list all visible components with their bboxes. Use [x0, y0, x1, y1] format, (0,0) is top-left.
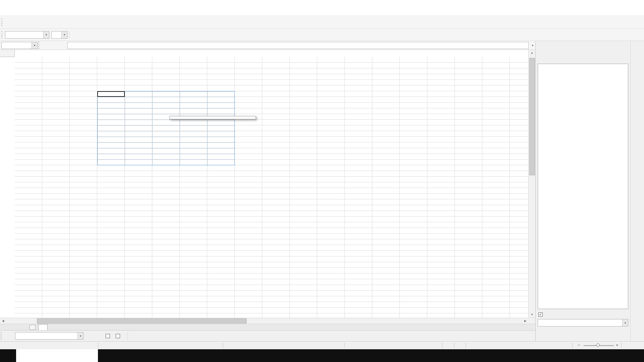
document-modified-icon[interactable] [457, 343, 463, 348]
title-bar [0, 0, 644, 7]
match-case-checkbox[interactable] [116, 334, 122, 338]
sheet-grid [0, 50, 528, 318]
context-menu [169, 116, 256, 119]
action-center-button[interactable] [635, 349, 644, 362]
find-and-replace-button[interactable] [129, 333, 138, 339]
start-button[interactable] [0, 349, 16, 362]
toolbar-grip[interactable] [1, 31, 4, 39]
formatting-toolbar: ▾ ▾ [0, 29, 644, 41]
chevron-down-icon: ▾ [622, 319, 628, 326]
sidebar: ✓ ▾ [535, 41, 644, 341]
toolbar-grip[interactable] [1, 18, 4, 26]
scroll-left-button[interactable]: ◀ [0, 318, 6, 324]
libreoffice-calc-window: ▾ ▾ ▾ ▾ ▲ ▼ ◀ ▶ [0, 0, 644, 362]
close-document-button[interactable] [636, 8, 642, 14]
chevron-down-icon: ▾ [32, 42, 37, 49]
chevron-down-icon: ▾ [61, 32, 67, 38]
sidebar-tab-rail [630, 41, 644, 341]
font-size-combo[interactable]: ▾ [51, 31, 67, 39]
sheet-tab-tabelle1[interactable] [38, 324, 48, 330]
expand-formula-bar-button[interactable]: ▾ [530, 44, 535, 47]
active-cell [97, 91, 125, 97]
close-button[interactable] [629, 0, 644, 7]
last-sheet-button[interactable] [20, 324, 27, 330]
previous-sheet-button[interactable] [7, 324, 13, 330]
find-previous-button[interactable] [84, 334, 92, 339]
status-bar: − + [0, 341, 644, 349]
name-box[interactable]: ▾ [1, 42, 38, 49]
toolbar-grip[interactable] [38, 42, 41, 49]
styles-deck: ✓ ▾ [536, 41, 630, 341]
zoom-out-button[interactable]: − [578, 342, 580, 349]
scroll-up-button[interactable]: ▲ [529, 50, 535, 56]
minimize-button[interactable] [598, 0, 613, 7]
chevron-down-icon: ▾ [43, 32, 49, 38]
row-headers [0, 57, 15, 318]
formula-button[interactable] [58, 42, 66, 49]
next-sheet-button[interactable] [13, 324, 20, 330]
zoom-in-button[interactable]: + [616, 342, 619, 349]
toolbar-grip[interactable] [1, 332, 3, 340]
taskbar-search[interactable] [16, 349, 98, 362]
sidebar-close-button[interactable] [621, 44, 626, 49]
search-input[interactable]: ▾ [15, 332, 84, 340]
horizontal-scroll-thumb[interactable] [37, 318, 247, 323]
formula-bar: ▾ ▾ [0, 41, 535, 50]
style-filter-dropdown[interactable]: ▾ [538, 319, 628, 326]
formatted-display-checkbox[interactable] [106, 334, 112, 338]
close-find-bar-button[interactable] [4, 334, 13, 339]
chevron-down-icon: ▾ [77, 333, 83, 339]
add-sheet-button[interactable] [30, 325, 36, 330]
cells-area[interactable] [15, 57, 528, 318]
select-all-corner[interactable] [0, 50, 15, 57]
vertical-scroll-thumb[interactable] [529, 58, 535, 175]
function-wizard-button[interactable] [42, 42, 50, 49]
windows-taskbar [0, 349, 644, 362]
task-view-button[interactable] [98, 349, 113, 362]
selection-mode-icon[interactable] [446, 343, 452, 348]
font-name-combo[interactable]: ▾ [5, 31, 49, 39]
find-toolbar: ▾ [0, 330, 535, 341]
column-headers [15, 50, 528, 57]
scroll-right-button[interactable]: ▶ [522, 318, 528, 324]
formula-input[interactable] [67, 42, 529, 49]
maximize-button[interactable] [613, 0, 629, 7]
styles-tree [538, 64, 628, 309]
zoom-slider-thumb[interactable] [596, 343, 600, 347]
sheet-tab-bar [0, 324, 535, 330]
horizontal-scrollbar[interactable]: ◀ ▶ [0, 318, 535, 324]
menu-bar [0, 7, 644, 16]
find-next-button[interactable] [92, 334, 101, 339]
scroll-down-button[interactable]: ▼ [529, 312, 535, 318]
standard-toolbar [0, 16, 644, 29]
selection-range [97, 91, 235, 165]
sum-button[interactable] [50, 42, 58, 49]
first-sheet-button[interactable] [0, 324, 7, 330]
vertical-scrollbar[interactable]: ▲ ▼ [528, 50, 535, 318]
show-previews-checkbox[interactable]: ✓ [538, 312, 544, 317]
